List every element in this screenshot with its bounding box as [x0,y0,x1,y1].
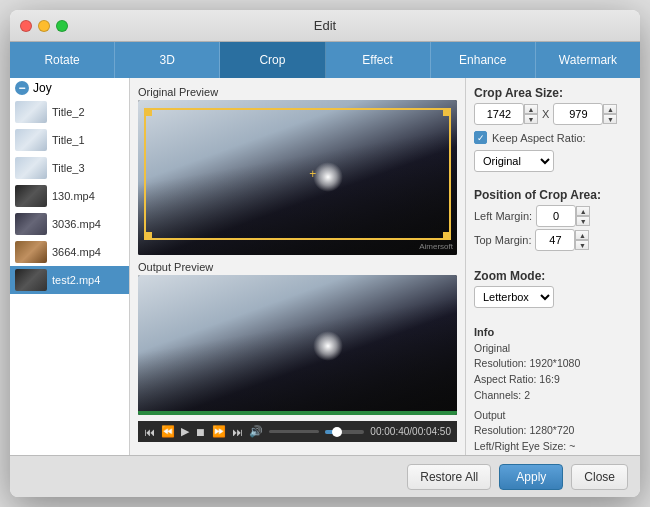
left-margin-spinners: ▲ ▼ [576,206,590,226]
output-video-canvas [138,275,457,415]
maximize-button[interactable] [56,20,68,32]
original-channels: Channels: 2 [474,388,632,404]
collapse-icon[interactable]: − [15,81,29,95]
top-margin-label: Top Margin: [474,234,531,246]
apply-button[interactable]: Apply [499,464,563,490]
window-controls [20,20,68,32]
aspect-ratio-label: Keep Aspect Ratio: [492,132,586,144]
top-margin-spinners: ▲ ▼ [575,230,589,250]
original-resolution: Resolution: 1920*1080 [474,356,632,372]
sidebar-item-title1[interactable]: Title_1 [10,126,129,154]
aspect-select[interactable]: Original 16:9 4:3 1:1 [474,150,554,172]
top-down-button[interactable]: ▼ [575,240,589,250]
right-panel: Crop Area Size: ▲ ▼ X ▲ ▼ [465,78,640,455]
progress-green-bar [138,411,457,415]
sidebar-label-test2: test2.mp4 [52,274,100,286]
left-margin-label: Left Margin: [474,210,532,222]
left-down-button[interactable]: ▼ [576,216,590,226]
height-input[interactable] [553,103,603,125]
close-button[interactable] [20,20,32,32]
width-spinner: ▲ ▼ [474,103,538,125]
aspect-ratio-checkbox[interactable]: ✓ [474,131,487,144]
width-spinners: ▲ ▼ [524,104,538,124]
zoom-select[interactable]: Letterbox Pan & Scan Full [474,286,554,308]
sidebar-group-joy[interactable]: − Joy [10,78,129,98]
output-info-title: Output [474,408,632,424]
tab-crop[interactable]: Crop [220,42,325,78]
play-button[interactable]: ▶ [181,425,189,438]
top-up-button[interactable]: ▲ [575,230,589,240]
skip-back-button[interactable]: ⏮ [144,426,155,438]
thumb-3664 [15,241,47,263]
original-preview-section: Original Preview Aimersoft [138,86,457,255]
left-margin-row: Left Margin: ▲ ▼ [474,205,632,227]
top-margin-input[interactable] [535,229,575,251]
thumb-title1 [15,129,47,151]
crop-area-section: Crop Area Size: ▲ ▼ X ▲ ▼ [474,86,632,125]
seek-bar[interactable] [325,430,364,434]
minimize-button[interactable] [38,20,50,32]
output-video-bg [138,275,457,415]
preview-panel: Original Preview Aimersoft [130,78,465,455]
sidebar-item-3036[interactable]: 3036.mp4 [10,210,129,238]
window-title: Edit [314,18,336,33]
sidebar-item-test2[interactable]: test2.mp4 [10,266,129,294]
crop-corner-tl[interactable] [144,108,152,116]
sidebar-item-130[interactable]: 130.mp4 [10,182,129,210]
stop-button[interactable]: ⏹ [195,426,206,438]
sidebar-item-title2[interactable]: Title_2 [10,98,129,126]
tab-3d[interactable]: 3D [115,42,220,78]
bottom-bar: Restore All Apply Close [10,455,640,497]
output-preview [138,275,457,415]
crop-overlay[interactable]: + [144,108,451,240]
position-section: Position of Crop Area: Left Margin: ▲ ▼ … [474,188,632,253]
tab-effect[interactable]: Effect [326,42,431,78]
height-down-button[interactable]: ▼ [603,114,617,124]
crop-corner-tr[interactable] [443,108,451,116]
thumb-3036 [15,213,47,235]
main-window: Edit Rotate 3D Crop Effect Enhance Water… [10,10,640,497]
output-preview-section: Output Preview [138,261,457,415]
sidebar-group-label: Joy [33,81,52,95]
top-margin-spinner: ▲ ▼ [535,229,589,251]
watermark: Aimersoft [419,242,453,251]
original-info-title: Original [474,341,632,357]
height-spinners: ▲ ▼ [603,104,617,124]
thumb-test2 [15,269,47,291]
output-hand-silhouette [138,275,457,415]
width-up-button[interactable]: ▲ [524,104,538,114]
width-input[interactable] [474,103,524,125]
thumb-130 [15,185,47,207]
skip-forward-button[interactable]: ⏭ [232,426,243,438]
restore-all-button[interactable]: Restore All [407,464,491,490]
position-title: Position of Crop Area: [474,188,632,202]
tab-enhance[interactable]: Enhance [431,42,536,78]
sidebar-item-title3[interactable]: Title_3 [10,154,129,182]
step-back-button[interactable]: ⏪ [161,425,175,438]
left-up-button[interactable]: ▲ [576,206,590,216]
thumb-title3 [15,157,47,179]
crop-size-row: ▲ ▼ X ▲ ▼ [474,103,632,125]
progress-thumb[interactable] [332,427,342,437]
width-down-button[interactable]: ▼ [524,114,538,124]
tab-rotate[interactable]: Rotate [10,42,115,78]
original-video-canvas: Aimersoft + [138,100,457,255]
aspect-ratio-row: ✓ Keep Aspect Ratio: [474,131,632,144]
crop-area-title: Crop Area Size: [474,86,632,100]
crop-corner-br[interactable] [443,232,451,240]
step-forward-button[interactable]: ⏩ [212,425,226,438]
height-up-button[interactable]: ▲ [603,104,617,114]
close-window-button[interactable]: Close [571,464,628,490]
x-label: X [542,108,549,120]
tab-watermark[interactable]: Watermark [536,42,640,78]
sidebar-label-3036: 3036.mp4 [52,218,101,230]
volume-slider[interactable] [269,430,319,433]
zoom-section: Zoom Mode: Letterbox Pan & Scan Full [474,269,632,308]
thumb-title2 [15,101,47,123]
crop-corner-bl[interactable] [144,232,152,240]
left-margin-input[interactable] [536,205,576,227]
volume-icon[interactable]: 🔊 [249,425,263,438]
sidebar-item-3664[interactable]: 3664.mp4 [10,238,129,266]
sidebar-label-title1: Title_1 [52,134,85,146]
original-info: Original Resolution: 1920*1080 Aspect Ra… [474,341,632,404]
